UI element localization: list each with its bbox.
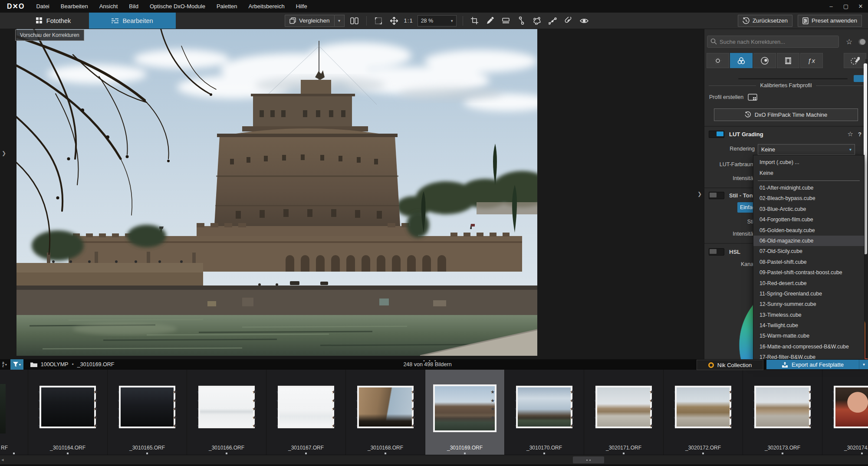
slider-value-box[interactable] <box>854 75 864 82</box>
active-corrections-toggle[interactable] <box>858 39 866 45</box>
current-file[interactable]: _3010169.ORF <box>77 361 114 368</box>
filmstrip-cell[interactable]: _3010167.ORF <box>266 370 345 455</box>
filmstrip-cell[interactable]: _3020171.ORF <box>584 370 663 455</box>
thumbnail[interactable] <box>119 386 175 428</box>
favorites-star-icon[interactable]: ☆ <box>846 37 852 46</box>
filmstrip-cell[interactable]: _3020173.ORF <box>743 370 822 455</box>
lut-menu-item[interactable]: 11-Spring-Greenland.cube <box>753 289 864 299</box>
tab-local-adjustments[interactable] <box>844 53 866 68</box>
filmstrip-cell-selected[interactable]: _3010169.ORF <box>425 370 504 455</box>
lut-menu-item[interactable]: 15-Warm-matte.cube <box>753 331 864 341</box>
reset-button[interactable]: Zurücksetzen <box>738 15 792 27</box>
lut-menu-item[interactable]: 04-Forgotten-film.cube <box>753 214 864 225</box>
lut-menu-item[interactable]: 16-Matte-and-compressed-B&W.cube <box>753 341 864 352</box>
control-point-icon[interactable] <box>516 15 527 26</box>
compare-button[interactable]: Vergleichen <box>285 15 335 27</box>
thumbnail[interactable] <box>834 386 868 428</box>
thumbnail[interactable] <box>675 386 731 428</box>
image-viewer[interactable]: Vorschau der Korrekturen ❯ <box>0 29 704 359</box>
left-panel-expander[interactable]: ❯ <box>2 150 6 156</box>
thumbnail[interactable] <box>0 384 6 433</box>
filmstrip-cell[interactable]: _3010170.ORF <box>504 370 584 455</box>
rating-stars[interactable] <box>649 388 654 430</box>
fit-screen-icon[interactable] <box>373 15 384 26</box>
create-profile-icon[interactable] <box>748 94 757 101</box>
thumbnail[interactable] <box>754 386 811 428</box>
menu-ansicht[interactable]: Ansicht <box>94 0 124 13</box>
tab-bearbeiten[interactable]: Bearbeiten <box>89 13 176 29</box>
tab-detail[interactable] <box>753 53 776 68</box>
minimize-icon[interactable]: – <box>824 0 838 13</box>
panel-scrollbar[interactable] <box>865 59 868 358</box>
filmpack-time-machine-button[interactable]: DxO FilmPack Time Machine <box>714 108 858 121</box>
menu-bearbeiten[interactable]: Bearbeiten <box>55 0 94 13</box>
repair-tool-icon[interactable] <box>563 15 574 26</box>
rating-stars[interactable] <box>570 388 574 430</box>
lut-menu-item[interactable]: 05-Golden-beauty.cube <box>753 225 864 236</box>
menu-hilfe[interactable]: Hilfe <box>290 0 313 13</box>
lut-menu-item[interactable]: 07-Old-Sicily.cube <box>753 246 864 256</box>
scrollbar-handle[interactable] <box>573 456 604 463</box>
menu-optische-module[interactable]: Optische DxO-Module <box>144 0 211 13</box>
rating-stars[interactable] <box>729 388 733 430</box>
tab-geometry[interactable] <box>777 53 799 68</box>
zoom-1to1-button[interactable]: 1:1 <box>404 17 413 24</box>
export-button[interactable]: Export auf Festplatte <box>766 360 859 369</box>
menu-bild[interactable]: Bild <box>123 0 144 13</box>
hsl-toggle[interactable] <box>709 248 724 256</box>
maximize-icon[interactable]: ▢ <box>838 0 853 13</box>
thumbnail[interactable] <box>357 386 414 428</box>
filter-button[interactable]: ▾ <box>10 359 23 370</box>
rating-stars[interactable] <box>332 388 336 430</box>
lut-menu-item[interactable]: 12-Sunny-summer.cube <box>753 299 864 309</box>
split-view-icon[interactable] <box>349 15 360 26</box>
pan-move-icon[interactable] <box>388 15 400 26</box>
filmstrip-cell[interactable]: _3010166.ORF <box>187 370 266 455</box>
filmstrip-cell[interactable]: _3020174.ORF <box>822 370 868 455</box>
right-panel-expander[interactable]: ❯ <box>697 191 702 197</box>
thumbnail[interactable] <box>516 386 572 428</box>
thumbnail[interactable] <box>198 386 255 428</box>
control-line-icon[interactable] <box>547 15 559 26</box>
rating-stars[interactable] <box>411 388 415 430</box>
control-polygon-icon[interactable] <box>532 15 543 26</box>
lut-menu-item[interactable]: 01-After-midnight.cube <box>753 183 864 193</box>
rating-stars[interactable] <box>252 388 256 430</box>
slider-track[interactable] <box>738 78 848 79</box>
preview-eye-icon[interactable] <box>579 15 590 26</box>
compare-dropdown-arrow[interactable]: ▾ <box>335 15 345 27</box>
thumbnail[interactable] <box>595 386 652 428</box>
rating-stars[interactable] <box>173 388 177 430</box>
lut-menu-item[interactable]: 13-Timeless.cube <box>753 310 864 320</box>
sort-control[interactable]: az ▾ <box>2 361 7 368</box>
lut-help-icon[interactable]: ? <box>858 131 861 138</box>
menu-datei[interactable]: Datei <box>30 0 55 13</box>
thumbnail[interactable] <box>39 386 96 428</box>
lut-menu-item[interactable]: 02-Bleach-bypass.cube <box>753 193 864 203</box>
filmstrip-cell[interactable]: _3010168.ORF <box>345 370 425 455</box>
tab-fotothek[interactable]: Fotothek <box>20 13 87 29</box>
current-folder[interactable]: 100OLYMP <box>41 361 69 368</box>
style-toning-toggle[interactable] <box>709 192 724 199</box>
lut-menu-none[interactable]: Keine <box>753 168 864 179</box>
menu-arbeitsbereich[interactable]: Arbeitsbereich <box>243 0 290 13</box>
zoom-level-select[interactable]: 28 % ▾ <box>418 15 457 26</box>
rating-stars[interactable] <box>808 388 812 430</box>
close-icon[interactable]: ✕ <box>853 0 868 13</box>
export-dropdown-arrow[interactable]: ▾ <box>859 360 868 369</box>
scroll-left-arrow[interactable]: ◂ <box>1 457 4 463</box>
crop-tool-icon[interactable] <box>469 15 480 26</box>
filmstrip-cell[interactable]: _3020172.ORF <box>663 370 743 455</box>
filmstrip-scrollbar[interactable]: ◂ <box>0 455 868 465</box>
filmstrip-cell[interactable]: RF <box>0 370 28 455</box>
lut-menu-item[interactable]: 10-Red-desert.cube <box>753 278 864 289</box>
apply-preset-button[interactable]: Preset anwenden <box>798 15 862 27</box>
horizon-tool-icon[interactable] <box>500 15 512 26</box>
filmstrip-cell[interactable]: _3010164.ORF <box>28 370 107 455</box>
rating-stars[interactable] <box>93 388 98 430</box>
photo-canvas[interactable] <box>16 29 537 356</box>
nik-collection-button[interactable]: Nik Collection <box>697 360 763 370</box>
menu-paletten[interactable]: Paletten <box>211 0 243 13</box>
lut-menu-import[interactable]: Import (.cube) ... <box>753 157 864 168</box>
lut-menu-item[interactable]: 09-Pastel-shift-contrast-boost.cube <box>753 267 864 278</box>
